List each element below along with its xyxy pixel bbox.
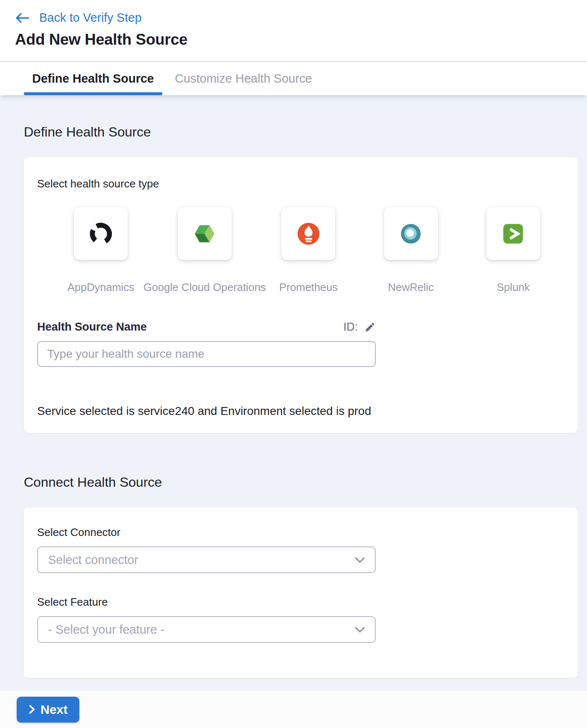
health-source-name-input[interactable] (37, 341, 376, 367)
next-button[interactable]: Next (17, 697, 79, 723)
edit-id-icon[interactable] (364, 321, 376, 333)
health-source-option-appdynamics: AppDynamics (50, 207, 152, 294)
health-source-option-newrelic: NewRelic (360, 207, 462, 294)
prometheus-icon (296, 222, 321, 246)
health-source-name-row: Health Source Name ID: (37, 321, 376, 334)
define-health-source-card: Select health source type (24, 157, 578, 433)
splunk-label: Splunk (497, 281, 530, 294)
splunk-icon (501, 222, 525, 246)
main-content: Define Health Source Select health sourc… (0, 95, 587, 691)
define-health-source-heading: Define Health Source (24, 124, 578, 140)
health-source-option-google-cloud-operations: Google Cloud Operations (152, 207, 257, 294)
google-cloud-operations-tile[interactable] (178, 207, 232, 260)
splunk-tile[interactable] (486, 207, 540, 260)
back-to-verify-step-link[interactable]: Back to Verify Step (15, 11, 142, 25)
select-connector-label: Select Connector (37, 526, 564, 539)
tab-customize-health-source[interactable]: Customize Health Source (175, 62, 312, 95)
feature-select-placeholder: - Select your feature - (48, 623, 164, 637)
health-source-name-label: Health Source Name (37, 321, 147, 334)
next-chevron-icon (28, 704, 35, 715)
connector-select-placeholder: Select connector (48, 553, 138, 567)
tab-define-health-source[interactable]: Define Health Source (24, 62, 162, 95)
prometheus-label: Prometheus (279, 281, 338, 294)
connector-select[interactable]: Select connector (37, 546, 376, 573)
google-cloud-operations-icon (192, 222, 217, 246)
next-button-label: Next (40, 703, 68, 717)
appdynamics-label: AppDynamics (67, 281, 134, 294)
prometheus-tile[interactable] (281, 207, 335, 260)
id-label: ID: (343, 321, 358, 334)
health-source-type-row: AppDynamics Google Cloud Operations (37, 207, 564, 294)
id-group: ID: (343, 321, 376, 334)
connect-health-source-card: Select Connector Select connector Select… (24, 508, 578, 678)
page-header: Back to Verify Step Add New Health Sourc… (0, 0, 587, 62)
back-arrow-icon (15, 12, 29, 24)
page-title: Add New Health Source (15, 31, 587, 48)
appdynamics-icon (89, 222, 113, 246)
feature-select[interactable]: - Select your feature - (37, 616, 376, 643)
health-source-tabs: Define Health Source Customize Health So… (0, 62, 587, 95)
select-health-source-type-label: Select health source type (37, 177, 564, 190)
health-source-option-splunk: Splunk (462, 207, 564, 294)
newrelic-tile[interactable] (384, 207, 438, 260)
footer-bar: Next (0, 691, 587, 728)
appdynamics-tile[interactable] (74, 207, 128, 260)
connect-health-source-heading: Connect Health Source (24, 475, 578, 490)
newrelic-label: NewRelic (388, 281, 434, 294)
chevron-down-icon (355, 557, 365, 563)
health-source-option-prometheus: Prometheus (257, 207, 359, 294)
google-cloud-operations-label: Google Cloud Operations (144, 281, 266, 294)
chevron-down-icon (355, 627, 365, 633)
add-health-source-page: Back to Verify Step Add New Health Sourc… (0, 0, 587, 728)
select-feature-label: Select Feature (37, 596, 564, 609)
back-link-label: Back to Verify Step (39, 11, 142, 25)
newrelic-icon (399, 222, 423, 246)
service-environment-note: Service selected is service240 and Envir… (37, 404, 564, 418)
